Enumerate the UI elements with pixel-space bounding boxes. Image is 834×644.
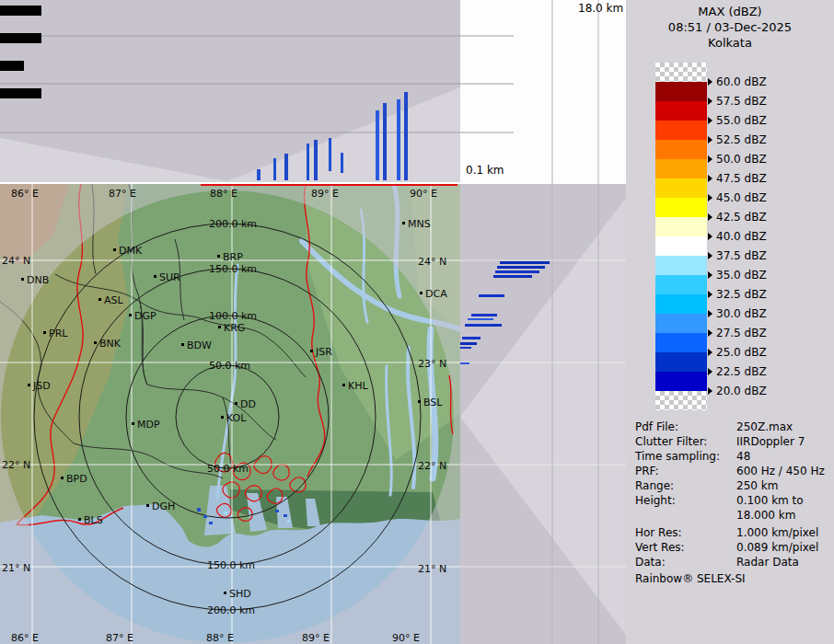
- color-scale-block: [655, 372, 707, 391]
- color-scale-label: 30.0 dBZ: [708, 306, 767, 321]
- echo-row: [495, 270, 539, 273]
- scale-tick-icon: [708, 78, 712, 86]
- color-scale-label: 57.5 dBZ: [708, 94, 767, 109]
- info-field-value: 0.089 km/pixel: [736, 540, 818, 555]
- range-ring-label: 150.0 km: [209, 263, 257, 275]
- color-scale-label: 40.0 dBZ: [708, 229, 767, 244]
- station-label: SHD: [229, 588, 251, 600]
- station-label: DCA: [425, 288, 447, 300]
- scale-tick-icon: [708, 252, 712, 259]
- info-field-label: Range:: [635, 478, 736, 493]
- scale-tick-icon: [708, 291, 712, 298]
- color-scale-label: 37.5 dBZ: [708, 248, 767, 263]
- info-field-value: 600 Hz / 450 Hz: [736, 464, 825, 478]
- info-field-value: 0.100 km to 18.000 km: [736, 493, 804, 523]
- info-row: Pdf File:250Z.max: [635, 420, 830, 434]
- station-dot: [235, 402, 237, 405]
- info-row: Data:Radar Data: [635, 555, 830, 569]
- echo-row: [471, 314, 497, 316]
- longitude-label: 87° E: [109, 188, 136, 200]
- echo-row: [493, 275, 532, 278]
- station-label: DGH: [152, 500, 175, 512]
- color-scale-label: 52.5 dBZ: [708, 132, 767, 147]
- product-info: Pdf File:250Z.maxClutter Filter:IIRDoppl…: [635, 420, 830, 569]
- station-label: BPD: [66, 473, 87, 485]
- range-ring-label: 50.0 km: [207, 463, 249, 475]
- info-row: Clutter Filter:IIRDoppler 7: [635, 434, 830, 449]
- echo-column: [257, 169, 261, 180]
- station-dot: [221, 416, 224, 419]
- info-row: Range:250 km: [635, 478, 830, 493]
- echo-row: [460, 342, 477, 345]
- station-label: DGP: [134, 310, 156, 322]
- info-field-value: 48: [736, 449, 750, 464]
- color-scale-block: [655, 121, 707, 140]
- latitude-label: 23° N: [418, 358, 446, 370]
- info-row: PRF:600 Hz / 450 Hz: [635, 464, 830, 478]
- latitude-label: 21° N: [2, 562, 30, 574]
- station-label: BRP: [223, 251, 243, 263]
- station-dot: [113, 248, 116, 251]
- echo-column: [329, 138, 331, 171]
- station-dot: [94, 341, 97, 344]
- scale-tick-icon: [708, 98, 712, 105]
- station-label: BDW: [187, 339, 212, 351]
- scale-tick-icon: [708, 136, 712, 144]
- ns-cross-section-panel: [460, 184, 626, 644]
- station-label: JSD: [32, 380, 51, 392]
- station-dot: [402, 222, 405, 224]
- info-row: Time sampling:48: [635, 449, 830, 464]
- radar-map: 50.0 km50.0 km100.0 km150.0 km150.0 km20…: [0, 184, 460, 644]
- echo-row: [460, 362, 469, 364]
- height-axis-plot: 18.0 km 0.1 km: [460, 0, 626, 184]
- station-label: DD: [240, 398, 256, 410]
- info-field-value: Radar Data: [736, 555, 799, 569]
- info-row: Hor Res:1.000 km/pixel: [635, 525, 830, 540]
- color-scale-label: 32.5 dBZ: [708, 287, 767, 302]
- scale-tick-icon: [708, 310, 712, 317]
- station-label: DMK: [119, 245, 143, 257]
- echo-column: [284, 154, 288, 180]
- color-scale-block: [655, 198, 707, 217]
- echo-column: [397, 99, 400, 180]
- echo-column: [307, 144, 309, 180]
- longitude-label: 89° E: [311, 188, 339, 200]
- station-dot: [418, 400, 421, 403]
- color-scale-label: 47.5 dBZ: [708, 171, 767, 186]
- axis-background: [460, 0, 626, 184]
- software-credit: Rainbow® SELEX-SI: [635, 572, 746, 585]
- station-label: ASL: [104, 294, 124, 306]
- station-label: KHL: [348, 380, 368, 392]
- echo-row: [462, 337, 481, 339]
- scale-tick-icon: [708, 175, 712, 182]
- station-dot: [181, 343, 184, 346]
- scale-tick-icon: [708, 194, 712, 201]
- scale-tick-icon: [708, 271, 712, 279]
- station-dot: [420, 292, 423, 294]
- station-dot: [146, 504, 149, 507]
- longitude-label: 89° E: [302, 632, 330, 644]
- color-scale-block: [655, 333, 707, 352]
- echo-row: [479, 294, 504, 297]
- color-scale-label: 50.0 dBZ: [708, 152, 767, 167]
- color-scale-label: 42.5 dBZ: [708, 210, 767, 224]
- echo-column: [273, 158, 276, 180]
- info-field-label: Vert Res:: [635, 540, 736, 555]
- scale-tick-icon: [708, 329, 712, 337]
- station-dot: [310, 350, 313, 352]
- station-label: KOL: [226, 412, 247, 424]
- echo-column: [376, 110, 379, 180]
- info-field-label: Time sampling:: [635, 449, 736, 464]
- station-dot: [98, 298, 101, 301]
- station-dot: [43, 331, 46, 334]
- info-field-label: Clutter Filter:: [635, 434, 736, 449]
- info-field-label: Height:: [635, 493, 736, 523]
- range-ring-label: 200.0 km: [209, 218, 257, 230]
- color-scale-label: 25.0 dBZ: [708, 345, 767, 360]
- longitude-label: 86° E: [11, 188, 39, 200]
- station-dot: [217, 255, 220, 258]
- color-scale-block: [655, 82, 707, 101]
- info-row: Vert Res:0.089 km/pixel: [635, 540, 830, 555]
- station-dot: [154, 275, 156, 278]
- latitude-label: 22° N: [418, 460, 446, 472]
